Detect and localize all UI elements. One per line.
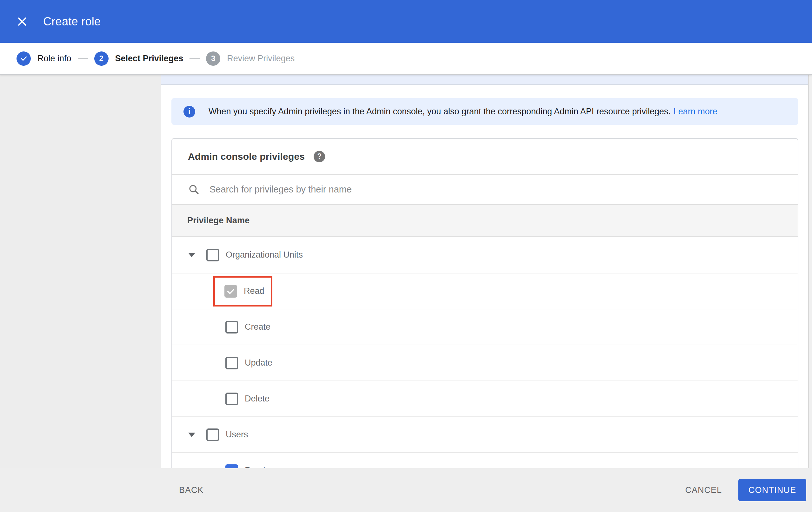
scrollbar-track[interactable]	[808, 75, 812, 512]
privilege-label: Create	[245, 322, 270, 332]
checkbox-read[interactable]	[225, 285, 237, 298]
privilege-row-update: Update	[172, 345, 798, 380]
privilege-row-create: Create	[172, 309, 798, 345]
learn-more-link[interactable]: Learn more	[674, 107, 717, 116]
collapse-arrow-icon[interactable]	[186, 429, 198, 440]
help-icon[interactable]: ?	[314, 151, 325, 162]
card-title: Admin console privileges	[188, 151, 305, 162]
search-icon	[188, 184, 200, 196]
close-icon	[16, 15, 29, 28]
dialog-title: Create role	[43, 15, 100, 28]
step-number-circle: 3	[206, 51, 220, 66]
info-banner: i When you specify Admin privileges in t…	[171, 98, 799, 125]
card-title-row: Admin console privileges ?	[172, 139, 798, 174]
left-sidebar	[0, 75, 161, 512]
search-input[interactable]	[209, 184, 798, 195]
step-connector	[78, 58, 88, 59]
column-header-privilege-name: Privilege Name	[172, 204, 798, 237]
checkbox-delete[interactable]	[225, 393, 238, 405]
scrolled-banner-remnant	[161, 75, 808, 85]
checkbox-update[interactable]	[225, 357, 238, 369]
step-completed-circle	[17, 51, 31, 66]
privilege-label: Update	[245, 358, 272, 368]
privilege-row-delete: Delete	[172, 380, 798, 416]
admin-console-privileges-card: Admin console privileges ? Privilege Nam…	[171, 138, 799, 489]
checkbox-create[interactable]	[225, 321, 238, 333]
main-area: i When you specify Admin privileges in t…	[0, 75, 812, 512]
collapse-arrow-icon[interactable]	[186, 249, 198, 261]
cancel-button[interactable]: CANCEL	[685, 485, 722, 495]
checkbox-users[interactable]	[206, 428, 219, 441]
close-button[interactable]	[14, 14, 30, 29]
check-icon	[226, 286, 236, 296]
privilege-row-organizational-units: Organizational Units	[172, 237, 798, 273]
step-connector	[190, 58, 200, 59]
content-scroll-area: i When you specify Admin privileges in t…	[161, 75, 812, 512]
step-label: Select Privileges	[115, 54, 183, 63]
privilege-label: Organizational Units	[226, 250, 303, 260]
privilege-label: Read	[244, 286, 264, 296]
info-banner-text: When you specify Admin privileges in the…	[208, 107, 671, 116]
privilege-rows: Organizational Units Read Create	[172, 237, 798, 488]
checkbox-organizational-units[interactable]	[206, 249, 219, 261]
privilege-row-users: Users	[172, 416, 798, 452]
search-row	[172, 174, 798, 204]
privilege-label: Delete	[245, 394, 269, 404]
step-number-circle: 2	[94, 51, 109, 66]
stepper: Role info 2 Select Privileges 3 Review P…	[0, 43, 812, 75]
step-label: Review Privileges	[227, 54, 295, 63]
footer-actions: CANCEL CONTINUE	[685, 479, 806, 501]
continue-button[interactable]: CONTINUE	[738, 479, 806, 501]
app-bar: Create role	[0, 0, 812, 43]
privilege-row-read: Read	[172, 273, 798, 309]
target-highlight-box: Read	[213, 276, 272, 306]
step-select-privileges[interactable]: 2 Select Privileges	[94, 51, 183, 66]
back-button[interactable]: BACK	[179, 485, 204, 495]
info-icon: i	[183, 106, 195, 117]
step-role-info[interactable]: Role info	[17, 51, 71, 66]
step-label: Role info	[37, 54, 71, 63]
check-icon	[20, 54, 28, 62]
step-review-privileges[interactable]: 3 Review Privileges	[206, 51, 295, 66]
privilege-label: Users	[226, 430, 248, 439]
footer-bar: BACK CANCEL CONTINUE	[0, 468, 812, 512]
